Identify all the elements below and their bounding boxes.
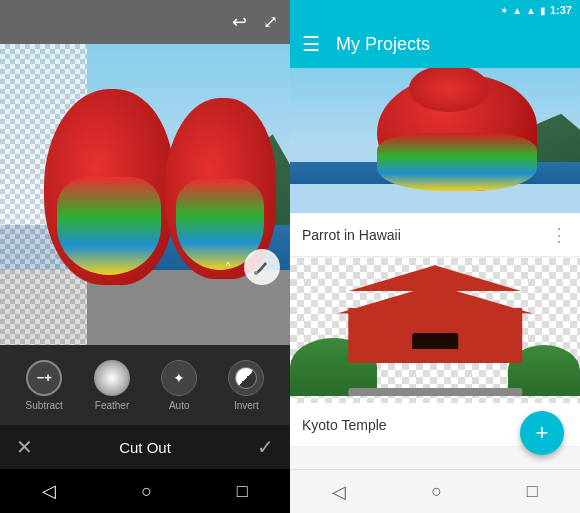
recent-button-left[interactable]: □ <box>237 481 248 502</box>
temple-door <box>412 333 458 349</box>
kyoto-image <box>290 258 580 403</box>
home-button-left[interactable]: ○ <box>141 481 152 502</box>
nav-bar-right: ◁ ○ □ <box>290 469 580 513</box>
cutout-title: Cut Out <box>119 439 171 456</box>
home-button-right[interactable]: ○ <box>431 481 442 502</box>
temple-wrapper <box>326 265 544 396</box>
parrot-left-body <box>44 89 175 285</box>
expand-icon[interactable]: ⤢ <box>263 11 278 33</box>
app-bar: ☰ My Projects <box>290 20 580 68</box>
fab-add-button[interactable]: + <box>520 411 564 455</box>
signal-icon: ▲ <box>512 5 522 16</box>
hawaii-scene <box>290 68 580 213</box>
status-bar: ✶ ▲ ▲ ▮ 1:37 <box>290 0 580 20</box>
subtract-icon-circle: −+ <box>26 360 62 396</box>
invert-circle <box>235 367 257 389</box>
app-title: My Projects <box>336 34 430 55</box>
hawaii-parrot-wing <box>377 133 537 191</box>
feather-icon-circle <box>94 360 130 396</box>
projects-container: Parrot in Hawaii ⋮ <box>290 68 580 513</box>
auto-icon: ✦ <box>173 370 185 386</box>
menu-icon[interactable]: ☰ <box>302 32 320 56</box>
canvas-area: ^ <box>0 44 290 345</box>
temple-pillar-right <box>505 308 522 363</box>
nav-bar-left: ◁ ○ □ <box>0 469 290 513</box>
status-time: 1:37 <box>550 4 572 16</box>
recent-button-right[interactable]: □ <box>527 481 538 502</box>
feather-label: Feather <box>95 400 129 411</box>
left-toolbar: ↩ ⤢ <box>0 0 290 44</box>
kyoto-project-name: Kyoto Temple <box>302 417 387 433</box>
battery-icon: ▮ <box>540 5 546 16</box>
invert-label: Invert <box>234 400 259 411</box>
subtract-tool[interactable]: −+ Subtract <box>26 360 63 411</box>
feather-tool[interactable]: Feather <box>94 360 130 411</box>
hawaii-project-info: Parrot in Hawaii ⋮ <box>290 213 580 257</box>
svg-point-0 <box>254 271 258 275</box>
parrot-left-wing <box>57 177 161 275</box>
hawaii-project-name: Parrot in Hawaii <box>302 227 401 243</box>
left-panel: ↩ ⤢ ^ <box>0 0 290 513</box>
hawaii-parrot <box>377 75 537 191</box>
auto-label: Auto <box>169 400 190 411</box>
parrot-left <box>44 89 175 285</box>
wifi-icon: ▲ <box>526 5 536 16</box>
confirm-button[interactable]: ✓ <box>257 435 274 459</box>
subtract-label: Subtract <box>26 400 63 411</box>
temple-stairs <box>348 388 522 396</box>
subtract-icons: −+ <box>37 370 52 385</box>
cancel-button[interactable]: ✕ <box>16 435 33 459</box>
temple-pillar-left <box>348 308 365 363</box>
hawaii-more-button[interactable]: ⋮ <box>550 224 568 246</box>
auto-icon-circle: ✦ <box>161 360 197 396</box>
right-panel: ✶ ▲ ▲ ▮ 1:37 ☰ My Projects <box>290 0 580 513</box>
hawaii-parrot-head <box>409 68 489 112</box>
brush-tool-button[interactable] <box>244 249 280 285</box>
undo-icon[interactable]: ↩ <box>232 11 247 33</box>
back-button-right[interactable]: ◁ <box>332 481 346 503</box>
auto-tool[interactable]: ✦ Auto <box>161 360 197 411</box>
bottom-tools: −+ Subtract Feather ✦ Auto Invert <box>0 345 290 425</box>
invert-tool[interactable]: Invert <box>228 360 264 411</box>
bluetooth-icon: ✶ <box>500 5 508 16</box>
temple-body <box>359 308 511 363</box>
projects-list: Parrot in Hawaii ⋮ <box>290 68 580 469</box>
back-button-left[interactable]: ◁ <box>42 480 56 502</box>
kyoto-scene <box>290 258 580 403</box>
project-item-hawaii[interactable]: Parrot in Hawaii ⋮ <box>290 68 580 257</box>
brush-size-indicator: ^ <box>216 255 240 279</box>
hawaii-image <box>290 68 580 213</box>
bottom-bar: ✕ Cut Out ✓ <box>0 425 290 469</box>
invert-icon-circle <box>228 360 264 396</box>
